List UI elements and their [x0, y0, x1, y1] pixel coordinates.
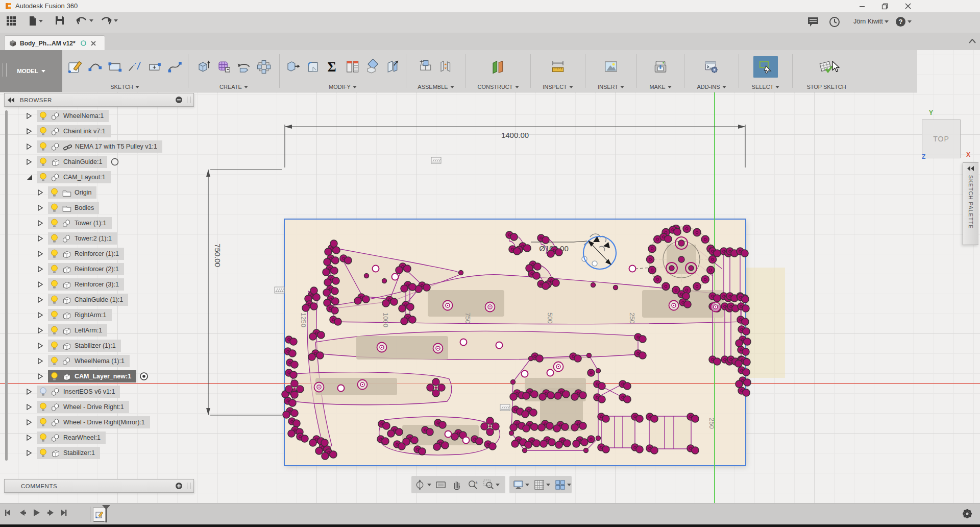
sketch-point[interactable]	[596, 369, 601, 373]
tree-collapse-arrow[interactable]	[27, 113, 32, 119]
sketch-point[interactable]	[587, 353, 592, 358]
nav-display-button[interactable]	[512, 479, 529, 491]
slot-icon[interactable]	[147, 59, 162, 75]
print-icon[interactable]	[653, 59, 668, 75]
tree-expand-arrow[interactable]	[27, 174, 33, 180]
browser-tree-row[interactable]: InsertEOS v6 v1:1	[4, 384, 198, 399]
toolbar-button-select[interactable]	[753, 56, 778, 78]
visibility-bulb-icon[interactable]	[39, 157, 47, 167]
visibility-bulb-icon[interactable]	[39, 433, 47, 443]
browser-tree-row[interactable]: RightArm:1	[4, 307, 198, 323]
toolbar-button-appearance[interactable]	[364, 59, 381, 75]
redo-button[interactable]	[100, 16, 118, 25]
app-grid-icon[interactable]	[6, 16, 16, 26]
toolbar-button-slot[interactable]	[146, 59, 163, 75]
browser-item-strip[interactable]: LeftArm:1	[48, 324, 107, 337]
appearance-icon[interactable]	[365, 59, 380, 75]
timeline-step-back-button[interactable]	[19, 509, 27, 517]
ribbon-group-label-assemble[interactable]: ASSEMBLE	[418, 84, 454, 90]
sketch-circle-small[interactable]	[338, 385, 345, 392]
tree-collapse-arrow[interactable]	[38, 327, 43, 333]
browser-item-strip[interactable]: Bodies	[48, 202, 99, 214]
sketch-circle-small[interactable]	[460, 339, 467, 346]
nav-zoom-button[interactable]: ±	[467, 479, 479, 491]
nav-orbit-button[interactable]	[414, 479, 431, 491]
browser-item-strip[interactable]: ChainGuide (1):1	[48, 294, 128, 306]
browser-tree-row[interactable]: Reinforcer (1):1	[4, 246, 198, 261]
sketch-circle-small[interactable]	[629, 266, 636, 272]
nav-pan-button[interactable]	[451, 479, 463, 491]
sketch-point[interactable]	[529, 356, 533, 361]
toolbar-button-print[interactable]	[652, 59, 669, 75]
tree-collapse-arrow[interactable]	[27, 435, 32, 441]
browser-item-strip[interactable]: InsertEOS v6 v1:1	[37, 386, 120, 398]
sketch-point[interactable]	[596, 436, 601, 441]
browser-item-strip[interactable]: Stabilizer (1):1	[48, 340, 121, 352]
toolbar-button-align[interactable]	[384, 59, 401, 75]
toolbar-button-scripts[interactable]	[703, 59, 720, 75]
part-outline[interactable]	[307, 291, 332, 448]
expand-left-icon[interactable]	[967, 166, 974, 171]
document-tab[interactable]: Body_Ph...AM v12*	[4, 35, 105, 51]
tree-collapse-arrow[interactable]	[38, 205, 43, 211]
sketch-circle-small[interactable]	[445, 431, 452, 438]
browser-tree-row[interactable]: Wheel - Drive Right(Mirror):1	[4, 415, 198, 430]
flower-cluster-dot[interactable]	[291, 391, 298, 398]
frame-outline[interactable]	[730, 251, 740, 296]
extrude-icon[interactable]	[197, 59, 212, 75]
ground-circle-icon[interactable]	[110, 157, 119, 166]
tree-collapse-arrow[interactable]	[38, 373, 43, 379]
sketch-point[interactable]	[509, 431, 514, 436]
visibility-bulb-icon[interactable]	[50, 310, 59, 320]
browser-tree-row[interactable]: NEMA 17 with T5 Pulley v1:1	[4, 139, 198, 154]
visibility-bulb-icon[interactable]	[39, 417, 47, 427]
visibility-bulb-icon[interactable]	[50, 371, 59, 381]
ribbon-group-label-inspect[interactable]: INSPECT	[543, 84, 573, 90]
sketch-point[interactable]	[511, 380, 516, 385]
activate-component-radio[interactable]	[139, 372, 149, 381]
flower-cluster-dot[interactable]	[432, 378, 439, 386]
help-button[interactable]: ?	[895, 16, 912, 27]
toolbar-button-line[interactable]	[127, 59, 143, 75]
spline-icon[interactable]	[167, 59, 182, 75]
tree-collapse-arrow[interactable]	[38, 266, 43, 272]
flower-cluster-dot[interactable]	[427, 384, 434, 391]
flower-cluster-dot[interactable]	[486, 417, 494, 424]
browser-item-strip[interactable]: CAM_Layer_new:1	[48, 370, 136, 382]
sketch-circle-small[interactable]	[463, 437, 470, 444]
toolbar-button-rectangle[interactable]	[107, 59, 123, 75]
sketch-point[interactable]	[584, 448, 589, 453]
browser-item-strip[interactable]: Wheel - Drive Right:1	[37, 401, 129, 413]
tab-sync-status-icon[interactable]	[81, 40, 86, 46]
ribbon-group-label-make[interactable]: MAKE	[649, 84, 671, 90]
sketch-circle-small[interactable]	[392, 274, 399, 280]
flower-cluster-dot[interactable]	[492, 423, 499, 430]
sketch-circle-small[interactable]	[547, 370, 554, 376]
sketch-point[interactable]	[523, 448, 527, 453]
browser-item-strip[interactable]: ChainGuide:1	[37, 156, 107, 168]
visibility-bulb-icon[interactable]	[50, 325, 59, 336]
tree-collapse-arrow[interactable]	[27, 159, 32, 165]
browser-item-strip[interactable]: Stabilizer:1	[37, 447, 100, 459]
scripts-icon[interactable]	[704, 59, 719, 75]
restore-button[interactable]	[876, 1, 893, 11]
toolbar-button-measure[interactable]	[550, 59, 566, 75]
browser-tree-row[interactable]: WheelNema:1	[4, 108, 198, 124]
flower-cluster-dot[interactable]	[438, 384, 445, 391]
measure-icon[interactable]	[550, 59, 566, 75]
view-cube[interactable]: TOP	[922, 119, 961, 158]
flower-cluster-dot[interactable]	[297, 386, 304, 393]
visibility-bulb-icon[interactable]	[39, 402, 47, 412]
image-icon[interactable]	[603, 59, 619, 75]
visibility-bulb-icon[interactable]	[39, 126, 47, 136]
toolbar-button-extrude[interactable]	[196, 59, 212, 75]
tree-collapse-arrow[interactable]	[27, 128, 32, 134]
tree-collapse-arrow[interactable]	[27, 404, 32, 410]
dimension-height-label[interactable]: 750.00	[213, 244, 222, 267]
visibility-bulb-icon[interactable]	[50, 233, 59, 244]
browser-item-strip[interactable]: Tower (1):1	[48, 217, 112, 229]
timeline-skip-start-button[interactable]	[5, 509, 13, 517]
toolbar-button-plane[interactable]	[490, 59, 506, 75]
browser-tree-row[interactable]: ChainGuide:1	[4, 154, 198, 170]
tree-collapse-arrow[interactable]	[38, 358, 43, 364]
